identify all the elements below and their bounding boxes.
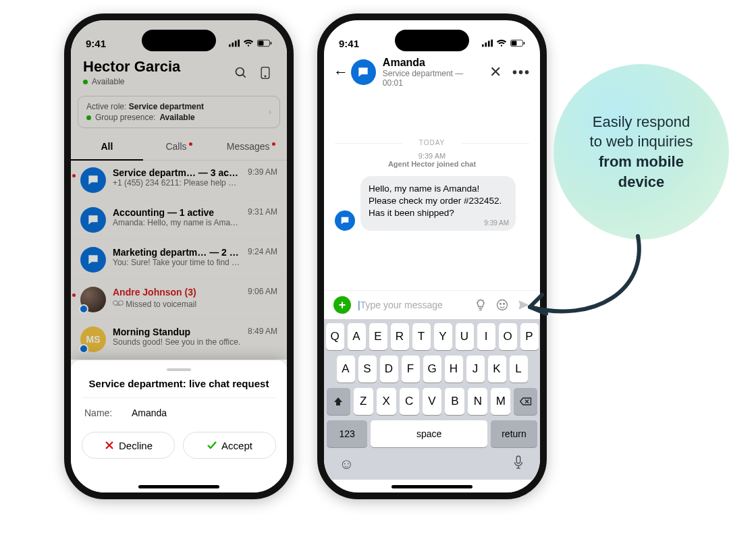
conversation-list: Service departm… — 3 active+1 (455) 234 … — [71, 161, 287, 360]
tab-calls[interactable]: Calls — [143, 141, 215, 152]
status-icons — [482, 36, 525, 51]
voicemail-icon — [113, 298, 124, 308]
dialpad-icon[interactable] — [259, 66, 272, 80]
key-row: Q A E R T Y U I O P — [327, 323, 537, 350]
mic-icon[interactable] — [512, 455, 525, 469]
send-icon[interactable] — [517, 298, 531, 312]
emoji-icon[interactable] — [495, 298, 509, 312]
avatar — [80, 287, 106, 312]
key[interactable]: J — [466, 356, 485, 383]
item-title: Marketing departm… — 2 active — [113, 247, 241, 258]
key[interactable]: X — [377, 388, 396, 415]
return-key[interactable]: return — [491, 420, 537, 447]
svg-point-25 — [504, 304, 505, 305]
key[interactable]: B — [445, 388, 464, 415]
tabs: All Calls Messages — [71, 132, 287, 161]
key-row: A S D F G H J K L — [327, 356, 537, 383]
wifi-icon — [496, 38, 507, 49]
key[interactable]: V — [423, 388, 442, 415]
role-box[interactable]: Active role: Service department Group pr… — [78, 96, 280, 128]
chat-avatar-small — [335, 210, 355, 231]
list-item[interactable]: Accounting — 1 activeAmanda: Hello, my n… — [71, 200, 287, 240]
callout-line: to web inquiries — [590, 133, 693, 150]
backspace-key[interactable] — [514, 388, 537, 415]
back-button[interactable]: ← — [333, 63, 344, 81]
item-sub: Missed to voicemail — [113, 298, 241, 309]
item-sub: You: Sure! Take your time to find docume… — [113, 258, 241, 267]
key[interactable]: T — [412, 323, 431, 350]
key[interactable]: A — [337, 356, 355, 383]
key[interactable]: Z — [354, 388, 373, 415]
svg-point-23 — [497, 300, 508, 310]
bubble-time: 9:39 AM — [484, 219, 509, 228]
svg-rect-3 — [238, 40, 240, 47]
key[interactable]: F — [402, 356, 420, 383]
item-title: Service departm… — 3 active — [113, 167, 241, 178]
key[interactable]: E — [369, 323, 387, 350]
key[interactable]: Q — [326, 323, 344, 350]
shift-key[interactable] — [327, 388, 350, 415]
svg-rect-6 — [271, 42, 272, 45]
chevron-right-icon: › — [269, 107, 271, 117]
svg-rect-18 — [488, 40, 490, 47]
key[interactable]: H — [445, 356, 463, 383]
chat-icon — [80, 207, 106, 233]
key[interactable]: C — [400, 388, 419, 415]
item-title: Accounting — 1 active — [113, 207, 241, 218]
key[interactable]: K — [488, 356, 506, 383]
home-indicator — [392, 485, 473, 488]
svg-rect-5 — [259, 40, 264, 45]
key[interactable]: A — [348, 323, 366, 350]
key[interactable]: D — [380, 356, 398, 383]
list-item[interactable]: MS Morning StandupSounds good! See you i… — [71, 320, 287, 360]
chat-icon — [80, 247, 106, 273]
key[interactable]: I — [477, 323, 495, 350]
more-button[interactable]: ••• — [512, 65, 531, 80]
list-item[interactable]: Andre Johnson (3) Missed to voicemail 9:… — [71, 280, 287, 320]
svg-point-7 — [236, 68, 244, 76]
item-sub: +1 (455) 234 6211: Please help me to res… — [113, 178, 241, 188]
close-icon — [104, 440, 115, 451]
presence-dot — [86, 115, 91, 120]
tab-messages[interactable]: Messages — [215, 141, 287, 152]
item-title: Andre Johnson (3) — [113, 287, 241, 298]
key[interactable]: M — [491, 388, 510, 415]
inbox-header: Hector Garcia Available — [71, 54, 287, 92]
key[interactable]: G — [423, 356, 441, 383]
key[interactable]: Y — [434, 323, 452, 350]
key[interactable]: N — [468, 388, 487, 415]
unread-dot — [72, 293, 76, 297]
emoji-keyboard-icon[interactable]: ☺ — [339, 455, 354, 473]
day-separator: TODAY — [335, 139, 529, 146]
search-icon[interactable] — [234, 66, 248, 80]
key[interactable]: U — [456, 323, 474, 350]
item-sub: Amanda: Hello, my name is Amanda! — [113, 218, 241, 227]
numbers-key[interactable]: 123 — [327, 420, 367, 447]
message-bubble[interactable]: Hello, my name is Amanda! Please check m… — [360, 176, 516, 231]
presence-dot — [83, 80, 88, 84]
suggestions-icon[interactable] — [474, 298, 487, 312]
home-indicator — [138, 485, 219, 488]
grabber[interactable] — [167, 368, 191, 371]
key[interactable]: L — [510, 356, 528, 383]
svg-point-11 — [113, 301, 118, 306]
status-time: 9:41 — [86, 38, 106, 49]
key[interactable]: O — [499, 323, 517, 350]
close-button[interactable]: ✕ — [489, 63, 502, 81]
space-key[interactable]: space — [371, 420, 487, 447]
list-item[interactable]: Marketing departm… — 2 activeYou: Sure! … — [71, 240, 287, 280]
decline-button[interactable]: Decline — [82, 432, 175, 459]
decline-label: Decline — [119, 440, 153, 451]
accept-button[interactable]: Accept — [183, 432, 276, 459]
group-value: Available — [159, 113, 194, 122]
key[interactable]: P — [520, 323, 539, 350]
key[interactable]: S — [358, 356, 377, 383]
message-input[interactable]: |Type your message — [358, 300, 467, 310]
list-item[interactable]: Service departm… — 3 active+1 (455) 234 … — [71, 161, 287, 200]
key[interactable]: R — [391, 323, 409, 350]
tab-all[interactable]: All — [71, 132, 143, 161]
attach-button[interactable]: + — [333, 296, 351, 314]
wifi-icon — [243, 38, 254, 49]
presence-label: Available — [92, 77, 124, 86]
system-joined: Agent Hector joined chat — [335, 160, 529, 168]
